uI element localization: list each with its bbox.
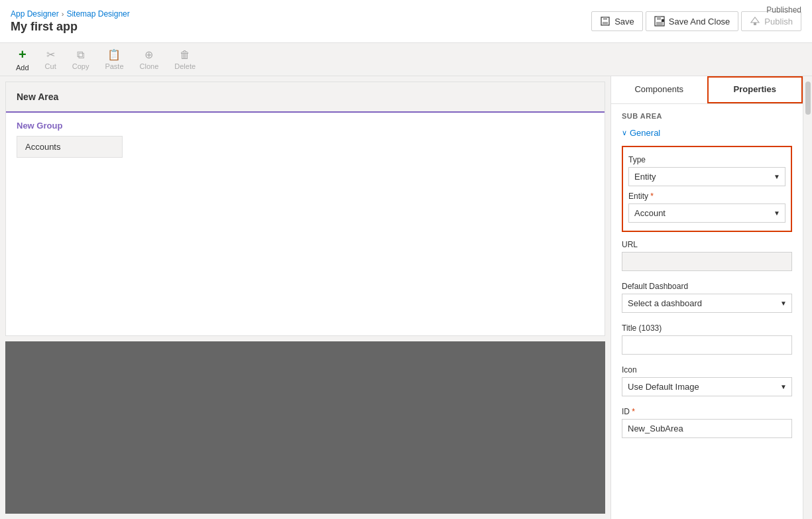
save-and-close-icon bbox=[654, 16, 665, 27]
svg-rect-2 bbox=[603, 22, 608, 25]
cut-icon: ✂ bbox=[46, 48, 55, 61]
toolbar-delete[interactable]: 🗑 Delete bbox=[169, 46, 201, 73]
sub-area-item[interactable]: Accounts bbox=[17, 136, 123, 158]
id-input[interactable] bbox=[622, 419, 792, 438]
canvas-content: New Area New Group Accounts bbox=[5, 82, 605, 336]
general-label: General bbox=[630, 128, 660, 138]
id-field-group: ID * bbox=[611, 402, 803, 443]
copy-icon: ⧉ bbox=[77, 49, 84, 61]
sub-area-label: SUB AREA bbox=[611, 104, 803, 123]
type-field-group: Type Entity Dashboard URL Web Resource ▼ bbox=[628, 152, 785, 189]
app-title: My first app bbox=[11, 20, 130, 34]
default-dashboard-field-group: Default Dashboard Select a dashboard ▼ bbox=[611, 276, 803, 318]
tab-components[interactable]: Components bbox=[611, 76, 707, 103]
title-field-group: Title (1033) bbox=[611, 318, 803, 360]
svg-rect-6 bbox=[662, 19, 664, 22]
svg-rect-5 bbox=[656, 22, 663, 25]
add-icon: + bbox=[19, 47, 27, 62]
area-header: New Area bbox=[6, 82, 605, 113]
save-icon bbox=[600, 16, 610, 27]
svg-rect-8 bbox=[754, 23, 756, 25]
group-section: New Group Accounts bbox=[6, 113, 605, 166]
toolbar-copy[interactable]: ⧉ Copy bbox=[67, 46, 95, 73]
canvas-area: New Area New Group Accounts bbox=[0, 76, 610, 519]
icon-select[interactable]: Use Default Image Custom Icon bbox=[622, 377, 792, 396]
publish-icon bbox=[750, 16, 760, 27]
tab-properties[interactable]: Properties bbox=[707, 76, 803, 103]
type-label: Type bbox=[628, 155, 785, 164]
save-button[interactable]: Save bbox=[591, 11, 643, 31]
entity-field-group: Entity * Account Contact Lead Opportunit… bbox=[628, 189, 785, 225]
dashboard-select-wrapper: Select a dashboard ▼ bbox=[622, 294, 792, 313]
published-label: Published bbox=[766, 5, 801, 15]
type-select-wrapper: Entity Dashboard URL Web Resource ▼ bbox=[628, 167, 785, 186]
group-title: New Group bbox=[17, 121, 594, 131]
scrollbar-thumb bbox=[805, 82, 811, 115]
breadcrumb-separator: › bbox=[62, 10, 64, 18]
canvas-bottom-area bbox=[5, 341, 605, 514]
default-dashboard-label: Default Dashboard bbox=[622, 282, 792, 291]
breadcrumb-sitemap-designer[interactable]: Sitemap Designer bbox=[66, 9, 129, 19]
toolbar: + Add ✂ Cut ⧉ Copy 📋 Paste ⊕ Clone 🗑 Del… bbox=[0, 43, 812, 76]
save-and-close-button[interactable]: Save And Close bbox=[646, 11, 739, 31]
type-select[interactable]: Entity Dashboard URL Web Resource bbox=[628, 167, 785, 186]
dashboard-select[interactable]: Select a dashboard bbox=[622, 294, 792, 313]
id-required-star: * bbox=[632, 407, 635, 416]
title-label: Title (1033) bbox=[622, 323, 792, 333]
toolbar-paste[interactable]: 📋 Paste bbox=[99, 46, 129, 73]
entity-select[interactable]: Account Contact Lead Opportunity bbox=[628, 203, 785, 223]
paste-icon: 📋 bbox=[107, 48, 121, 61]
collapse-arrow-icon: ∨ bbox=[622, 129, 627, 137]
id-label: ID * bbox=[622, 407, 792, 416]
scrollbar[interactable] bbox=[803, 76, 812, 519]
toolbar-cut[interactable]: ✂ Cut bbox=[40, 46, 62, 73]
svg-rect-4 bbox=[657, 17, 661, 20]
url-input[interactable] bbox=[622, 252, 792, 271]
svg-rect-1 bbox=[603, 17, 607, 20]
entity-label: Entity * bbox=[628, 192, 785, 201]
svg-marker-7 bbox=[751, 17, 759, 23]
panel-body: SUB AREA ∨ General Type Entity Dashboard… bbox=[611, 104, 803, 519]
delete-icon: 🗑 bbox=[180, 49, 190, 61]
url-field-group: URL bbox=[611, 235, 803, 276]
right-panel: Components Properties SUB AREA ∨ General… bbox=[610, 76, 803, 519]
breadcrumb-app-designer[interactable]: App Designer bbox=[11, 9, 59, 19]
entity-select-wrapper: Account Contact Lead Opportunity ▼ bbox=[628, 203, 785, 223]
clone-icon: ⊕ bbox=[145, 48, 153, 61]
entity-required-star: * bbox=[650, 192, 654, 201]
title-input[interactable] bbox=[622, 335, 792, 355]
icon-label: Icon bbox=[622, 365, 792, 375]
general-collapse[interactable]: ∨ General bbox=[611, 123, 803, 143]
icon-select-wrapper: Use Default Image Custom Icon ▼ bbox=[622, 377, 792, 396]
type-entity-group: Type Entity Dashboard URL Web Resource ▼ bbox=[622, 146, 792, 232]
toolbar-add[interactable]: + Add bbox=[11, 44, 34, 74]
panel-tabs: Components Properties bbox=[611, 76, 803, 104]
icon-field-group: Icon Use Default Image Custom Icon ▼ bbox=[611, 360, 803, 402]
toolbar-clone[interactable]: ⊕ Clone bbox=[135, 46, 164, 73]
breadcrumb: App Designer › Sitemap Designer bbox=[11, 9, 130, 19]
url-label: URL bbox=[622, 240, 792, 249]
